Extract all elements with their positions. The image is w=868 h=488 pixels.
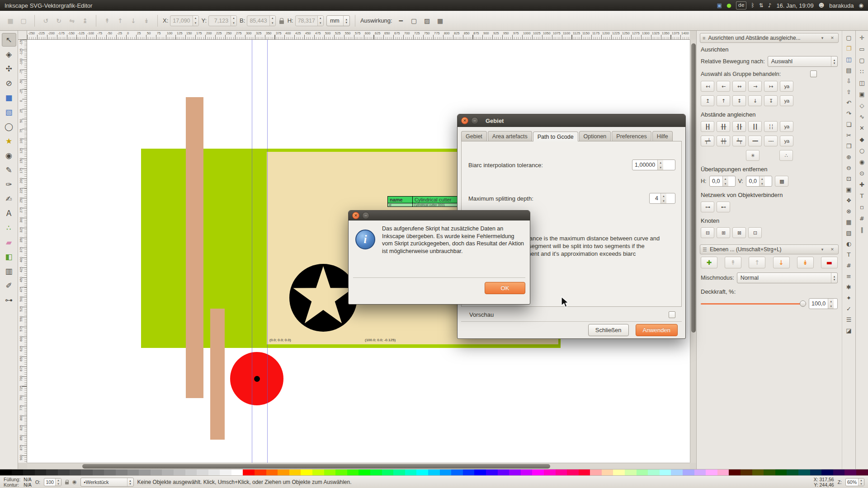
distribute-centers-vertically[interactable]: ┿┿ bbox=[717, 136, 730, 146]
align-right-edges[interactable]: → bbox=[748, 81, 762, 92]
raise-layer-button[interactable]: ↑ bbox=[749, 257, 765, 268]
palette-swatch[interactable] bbox=[347, 469, 359, 475]
unit-combo[interactable]: mm ▴▾ bbox=[326, 15, 350, 26]
palette-swatch[interactable] bbox=[70, 469, 81, 475]
delete-layer-button[interactable]: ▬ bbox=[821, 257, 838, 268]
move-patterns-toggle[interactable]: ▦ bbox=[434, 15, 446, 27]
rectangle-tool[interactable]: ■ bbox=[2, 91, 16, 104]
connector-tool[interactable]: ⊶ bbox=[2, 293, 16, 307]
palette-swatch[interactable] bbox=[833, 469, 845, 475]
spellcheck[interactable]: ✓ bbox=[844, 304, 854, 314]
snap-path-intersections[interactable]: ✕ bbox=[857, 123, 868, 133]
close-window-button[interactable]: ✕ bbox=[461, 117, 468, 124]
current-layer-combo[interactable]: ▪Werkstück ▴▾ bbox=[80, 478, 134, 487]
minimize-window-button[interactable]: – bbox=[362, 212, 369, 219]
paint-bucket-tool[interactable]: ◧ bbox=[2, 250, 16, 263]
palette-swatch[interactable] bbox=[266, 469, 278, 475]
fill-value[interactable]: N/A bbox=[24, 477, 32, 482]
palette-swatch[interactable] bbox=[255, 469, 266, 475]
tab-preferences[interactable]: Preferences bbox=[612, 131, 651, 141]
new-layer-button[interactable]: ✚ bbox=[701, 257, 717, 268]
eraser-tool[interactable]: ▰ bbox=[2, 235, 16, 249]
align-text-anchors-vertical[interactable]: ya bbox=[780, 95, 793, 106]
palette-swatch[interactable] bbox=[289, 469, 301, 475]
palette-swatch[interactable] bbox=[787, 469, 798, 475]
remove-overlaps-button[interactable]: ▩ bbox=[775, 176, 788, 187]
y-input[interactable]: 7,123▴▾ bbox=[208, 15, 237, 26]
panel-collapse-button[interactable]: ▾ bbox=[819, 246, 826, 253]
distribute-vertical-gaps[interactable]: ━━ bbox=[748, 136, 762, 146]
object-opacity-input[interactable]: 100▴▾ bbox=[44, 478, 61, 486]
palette-swatch[interactable] bbox=[139, 469, 151, 475]
ellipse-tool[interactable]: ◯ bbox=[2, 120, 16, 133]
arrange-connector-network[interactable]: ⊶ bbox=[701, 202, 714, 212]
red-circle[interactable] bbox=[230, 352, 283, 405]
session-menu-icon[interactable]: ◉ bbox=[859, 2, 863, 9]
palette-swatch[interactable] bbox=[590, 469, 602, 475]
palette-swatch[interactable] bbox=[717, 469, 729, 475]
palette-swatch[interactable] bbox=[301, 469, 312, 475]
alert-dialog-titlebar[interactable]: ✕ – bbox=[349, 211, 530, 221]
pen-tool[interactable]: ✑ bbox=[2, 178, 16, 191]
calligraphy-tool[interactable]: ✍ bbox=[2, 192, 16, 206]
raise-to-top-button[interactable]: ↟ bbox=[101, 15, 113, 27]
palette-swatch[interactable] bbox=[151, 469, 162, 475]
gradient-tool[interactable]: ▥ bbox=[2, 264, 16, 278]
close-button[interactable]: Schließen bbox=[588, 324, 629, 336]
layer-lock-icon[interactable] bbox=[65, 482, 69, 484]
biarc-tolerance-input[interactable]: 1,00000▴▾ bbox=[632, 160, 675, 170]
star-in-circle[interactable] bbox=[289, 263, 358, 332]
palette-swatch[interactable] bbox=[220, 469, 231, 475]
vertical-scrollbar[interactable] bbox=[690, 40, 696, 463]
palette-swatch[interactable] bbox=[671, 469, 683, 475]
palette-swatch[interactable] bbox=[35, 469, 47, 475]
relative-move-combo[interactable]: Auswahl▴▾ bbox=[768, 56, 838, 67]
scale-stroke-toggle[interactable]: ━ bbox=[395, 15, 407, 27]
palette-swatch[interactable] bbox=[393, 469, 405, 475]
layers-panel-header[interactable]: ☰ Ebenen ... (Umschalt+Strg+L) ▾ ✕ bbox=[700, 244, 839, 254]
duplicate[interactable]: ▣ bbox=[844, 184, 854, 194]
palette-swatch[interactable] bbox=[556, 469, 567, 475]
cut[interactable]: ✂ bbox=[844, 130, 854, 140]
palette-swatch[interactable] bbox=[602, 469, 613, 475]
distribute-horizontal-gaps[interactable]: ┃┃ bbox=[748, 121, 762, 132]
tab-hilfe[interactable]: Hilfe bbox=[652, 131, 673, 141]
pencil-tool[interactable]: ✎ bbox=[2, 163, 16, 177]
snap-bbox-corners[interactable]: ∷ bbox=[857, 66, 868, 76]
palette-swatch[interactable] bbox=[46, 469, 58, 475]
minimize-window-button[interactable]: – bbox=[471, 117, 478, 124]
palette-swatch[interactable] bbox=[810, 469, 822, 475]
apply-button[interactable]: Anwenden bbox=[636, 324, 678, 336]
palette-swatch[interactable] bbox=[798, 469, 810, 475]
flip-vertical-button[interactable]: ↨ bbox=[79, 15, 91, 27]
lower-layer-button[interactable]: ↓ bbox=[773, 257, 790, 268]
slider-handle[interactable] bbox=[800, 300, 806, 307]
object-properties[interactable]: ◪ bbox=[844, 325, 854, 335]
palette-swatch[interactable] bbox=[660, 469, 671, 475]
randomize-positions[interactable]: ✳ bbox=[746, 150, 760, 161]
snap-enable[interactable]: ✛ bbox=[857, 33, 868, 42]
palette-swatch[interactable] bbox=[104, 469, 116, 475]
indicator-app-icon[interactable]: ▣ bbox=[717, 2, 722, 9]
palette-swatch[interactable] bbox=[440, 469, 452, 475]
create-clone[interactable]: ❖ bbox=[844, 195, 854, 205]
zoom-tool[interactable]: ⊘ bbox=[2, 76, 16, 90]
tab-gebiet[interactable]: Gebiet bbox=[461, 131, 487, 141]
align-bottom-edge-to-anchor[interactable]: ↧ bbox=[764, 95, 778, 106]
ungroup-objects[interactable]: ▧ bbox=[844, 228, 854, 238]
guide-line-1[interactable] bbox=[252, 40, 252, 463]
network-icon[interactable]: ⇅ bbox=[759, 2, 764, 9]
align-nodes-horizontally[interactable]: ⊟ bbox=[701, 227, 714, 238]
tan-bar-2[interactable] bbox=[210, 309, 225, 440]
height-input[interactable]: 78,317▴▾ bbox=[295, 15, 324, 26]
username[interactable]: barakuda bbox=[829, 2, 854, 9]
tab-area-artefacts[interactable]: Area artefacts bbox=[488, 131, 532, 141]
align-text-anchors-horizontal[interactable]: ya bbox=[780, 81, 793, 92]
panel-collapse-button[interactable]: ▾ bbox=[819, 35, 826, 41]
snap-bbox-edges[interactable]: ▢ bbox=[857, 55, 868, 65]
palette-swatch[interactable] bbox=[683, 469, 694, 475]
palette-swatch[interactable] bbox=[544, 469, 556, 475]
spiral-tool[interactable]: ◉ bbox=[2, 149, 16, 162]
palette-swatch[interactable] bbox=[474, 469, 486, 475]
align-left-edges[interactable]: ← bbox=[717, 81, 730, 92]
